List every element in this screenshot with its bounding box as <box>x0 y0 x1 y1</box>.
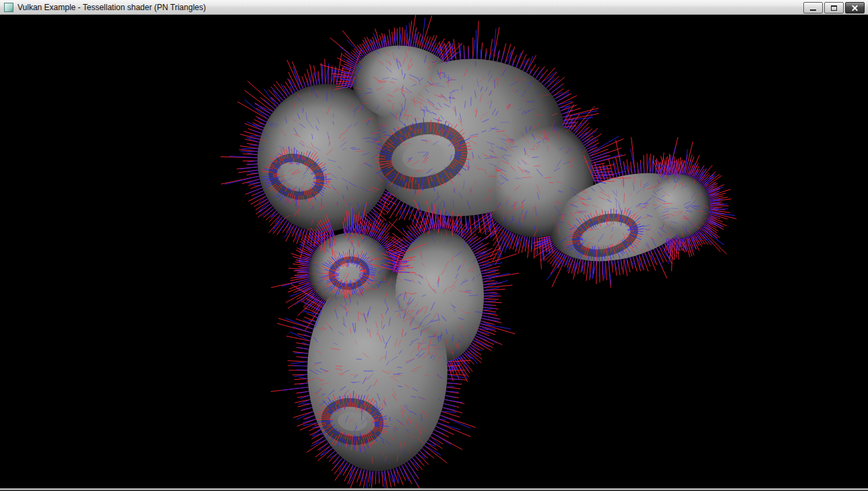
titlebar[interactable]: Vulkan Example - Tessellation shader (PN… <box>0 0 868 15</box>
minimize-button[interactable] <box>803 2 823 13</box>
viewport <box>0 15 868 488</box>
app-icon <box>4 3 13 12</box>
window-title: Vulkan Example - Tessellation shader (PN… <box>18 0 206 15</box>
minimize-icon <box>810 5 816 11</box>
window-bottom-frame <box>0 488 868 490</box>
maximize-button[interactable] <box>824 2 844 13</box>
app-window: Vulkan Example - Tessellation shader (PN… <box>0 0 868 491</box>
viewport-canvas[interactable] <box>0 15 868 488</box>
close-button[interactable] <box>845 2 865 13</box>
maximize-icon <box>831 5 837 11</box>
window-controls <box>803 2 865 13</box>
close-icon <box>851 4 859 11</box>
